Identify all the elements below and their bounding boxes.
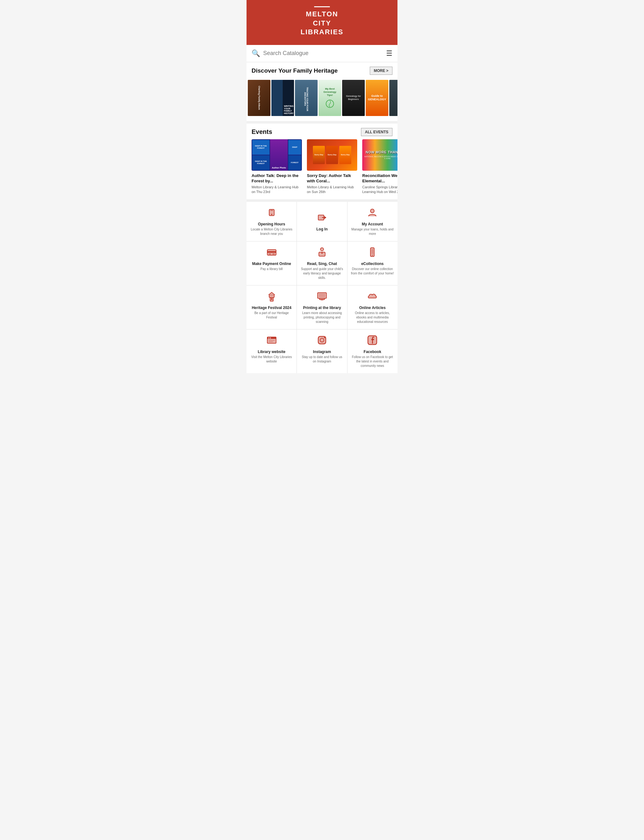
search-icon: 🔍	[251, 49, 260, 57]
service-title: Read, Sing, Chat	[300, 262, 344, 266]
service-desc: Discover our online collection from the …	[351, 267, 394, 276]
search-bar: 🔍 ☰	[246, 45, 398, 62]
event-card-1[interactable]: DEEP IN THE FOREST DEEP IN THE FOREST Au…	[251, 139, 302, 195]
app-title: MELTON CITY LIBRARIES	[251, 10, 393, 37]
service-title: My Account	[351, 222, 394, 226]
events-header: Events ALL EVENTS	[246, 123, 398, 139]
event-title-2: Sorry Day: Author Talk with Coral...	[307, 173, 357, 184]
login-icon	[316, 212, 328, 225]
book-item[interactable]: WRITING YOUR FAMILY HISTORY	[271, 80, 294, 116]
event-image-3: NOW MORE THAN EVER NATIONAL RECONCILIATI…	[362, 139, 398, 171]
instagram-icon	[316, 335, 328, 347]
service-read-sing-chat[interactable]: Read, Sing, Chat Support and guide your …	[297, 241, 347, 285]
service-title: eCollections	[351, 262, 394, 266]
service-login[interactable]: Log In	[297, 202, 347, 241]
more-button[interactable]: MORE >	[370, 67, 393, 75]
book-item[interactable]: Guide to GENEALOGY	[366, 80, 388, 116]
service-desc: Be a part of our Heritage Festival	[250, 311, 293, 320]
service-desc: Online access to articles, ebooks and mu…	[351, 311, 394, 324]
events-section: Events ALL EVENTS DEEP IN THE FOREST DEE…	[246, 123, 398, 200]
service-desc: Support and guide your child's early lit…	[300, 267, 344, 280]
featured-section: Discover Your Family Heritage MORE > Cha…	[246, 62, 398, 121]
book-item[interactable]: My Best Genealogy Tips!	[319, 80, 341, 116]
svg-point-25	[270, 338, 271, 339]
svg-rect-27	[269, 341, 273, 342]
service-desc: Follow us on Facebook to get the latest …	[351, 355, 394, 368]
service-text: eCollections Discover our online collect…	[351, 262, 394, 276]
book-item[interactable]: TRACING YOUR POOR ANCESTORS	[295, 80, 318, 116]
service-ecollections[interactable]: eCollections Discover our online collect…	[347, 241, 398, 285]
service-text: Opening Hours Locate a Melton City Libra…	[250, 222, 293, 236]
all-events-button[interactable]: ALL EVENTS	[361, 128, 393, 136]
payment-icon	[266, 246, 278, 259]
service-title: Opening Hours	[250, 222, 293, 226]
phone-device-icon	[366, 246, 378, 259]
svg-rect-20	[319, 294, 325, 297]
person-icon	[366, 207, 378, 220]
cloud-icon	[366, 290, 378, 303]
service-desc: Pay a library bill	[252, 267, 291, 271]
service-text: My Account Manage your loans, holds and …	[351, 222, 394, 236]
event-title-1: Author Talk: Deep in the Forest by...	[251, 173, 302, 184]
search-input[interactable]	[263, 50, 386, 57]
service-text: Read, Sing, Chat Support and guide your …	[300, 262, 344, 280]
service-desc: Manage your loans, holds and more	[351, 227, 394, 236]
event-image-2: Sorry Day Sorry Day Sorry Day	[307, 139, 357, 171]
service-desc: Stay up to date and follow us on Instagr…	[300, 355, 344, 364]
svg-point-10	[320, 248, 324, 251]
service-title: Heritage Festival 2024	[250, 305, 293, 310]
service-title: Log In	[316, 227, 328, 231]
service-desc: Visit the Melton City Libraries website	[250, 355, 293, 364]
service-library-website[interactable]: Library website Visit the Melton City Li…	[246, 330, 297, 373]
svg-point-30	[324, 337, 325, 338]
svg-rect-17	[271, 298, 272, 300]
service-text: Instagram Stay up to date and follow us …	[300, 349, 344, 364]
event-title-3: Reconciliation Week: Elemental...	[362, 173, 398, 184]
svg-rect-21	[321, 300, 323, 300]
service-facebook[interactable]: Facebook Follow us on Facebook to get th…	[347, 330, 398, 373]
event-subtitle-1: Melton Library & Learning Hub on Thu 23r…	[251, 185, 302, 195]
svg-rect-7	[267, 251, 276, 253]
book-item[interactable]: Genealogy Research Methods	[389, 80, 398, 116]
service-my-account[interactable]: My Account Manage your loans, holds and …	[347, 202, 398, 241]
monitor-icon	[316, 290, 328, 303]
book-item[interactable]: Charting Family Album	[248, 80, 270, 116]
featured-title: Discover Your Family Heritage	[251, 67, 338, 74]
svg-rect-13	[371, 249, 373, 254]
tower-icon	[266, 290, 278, 303]
service-heritage-festival[interactable]: Heritage Festival 2024 Be a part of our …	[246, 285, 297, 329]
service-title: Library website	[250, 349, 293, 354]
svg-point-5	[370, 209, 374, 213]
service-text: Make Payment Online Pay a library bill	[252, 262, 291, 271]
service-title: Make Payment Online	[252, 262, 291, 266]
event-image-1: DEEP IN THE FOREST DEEP IN THE FOREST Au…	[251, 139, 302, 171]
service-title: Printing at the library	[300, 305, 344, 310]
featured-header: Discover Your Family Heritage MORE >	[246, 62, 398, 77]
event-card-2[interactable]: Sorry Day Sorry Day Sorry Day Sorry Day:…	[307, 139, 357, 195]
menu-icon[interactable]: ☰	[386, 49, 393, 57]
svg-rect-9	[272, 254, 275, 254]
service-printing[interactable]: Printing at the library Learn more about…	[297, 285, 347, 329]
service-title: Instagram	[300, 349, 344, 354]
service-online-articles[interactable]: Online Articles Online access to article…	[347, 285, 398, 329]
service-text: Heritage Festival 2024 Be a part of our …	[250, 305, 293, 320]
event-subtitle-2: Melton Library & Learning Hub on Sun 26t…	[307, 185, 357, 195]
phone-icon	[266, 207, 278, 220]
service-instagram[interactable]: Instagram Stay up to date and follow us …	[297, 330, 347, 373]
service-text: Online Articles Online access to article…	[351, 305, 394, 324]
logo-decoration	[314, 6, 330, 7]
facebook-icon	[366, 335, 378, 347]
service-opening-hours[interactable]: Opening Hours Locate a Melton City Libra…	[246, 202, 297, 241]
service-title: Facebook	[351, 349, 394, 354]
service-payment[interactable]: Make Payment Online Pay a library bill	[246, 241, 297, 285]
events-grid: DEEP IN THE FOREST DEEP IN THE FOREST Au…	[246, 139, 398, 200]
svg-rect-26	[269, 340, 275, 341]
service-desc: Locate a Melton City Libraries branch ne…	[250, 227, 293, 236]
svg-point-14	[372, 255, 373, 256]
event-card-3[interactable]: NOW MORE THAN EVER NATIONAL RECONCILIATI…	[362, 139, 398, 195]
svg-point-2	[271, 214, 272, 215]
service-title: Online Articles	[351, 305, 394, 310]
book-item[interactable]: Genealogy for Beginners	[342, 80, 365, 116]
event-subtitle-3: Caroline Springs Library and Learning Hu…	[362, 185, 398, 195]
services-grid: Opening Hours Locate a Melton City Libra…	[246, 202, 398, 373]
